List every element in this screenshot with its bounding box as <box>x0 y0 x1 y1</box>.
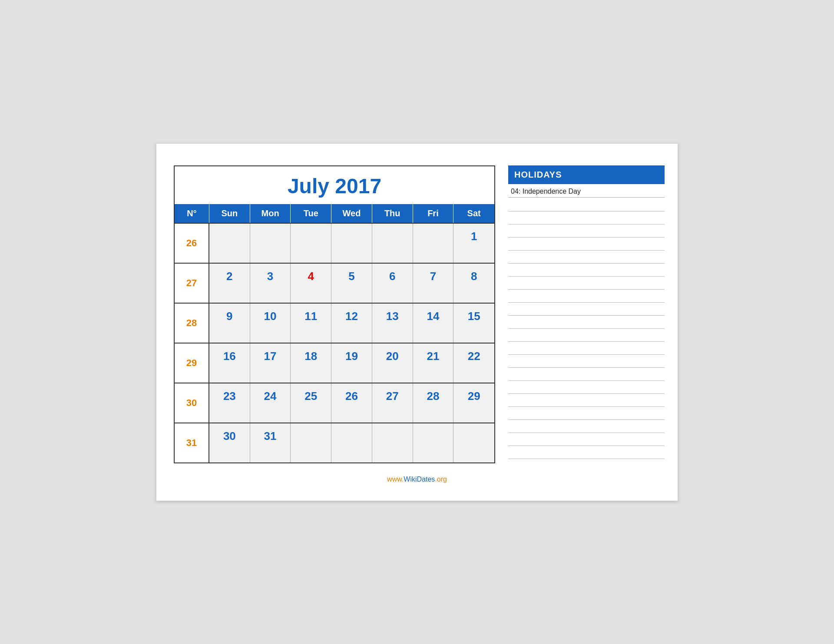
header-sun: Sun <box>209 204 250 223</box>
week-num-29: 29 <box>175 343 209 383</box>
ruled-line <box>508 434 665 446</box>
cal-day-8: 8 <box>453 264 494 303</box>
header-num: N° <box>175 204 209 223</box>
calendar-body: 26 1 27 2 3 4 5 6 7 <box>175 223 494 462</box>
page: July 2017 N° Sun Mon Tue Wed Thu Fri Sat… <box>156 144 678 501</box>
cal-day-21: 21 <box>413 343 454 383</box>
holidays-panel: HOLIDAYS 04: Independence Day <box>508 165 665 460</box>
cal-day-9: 9 <box>209 304 250 343</box>
cal-day-14: 14 <box>413 304 454 343</box>
ruled-line <box>508 212 665 225</box>
ruled-line <box>508 330 665 342</box>
cal-day <box>209 224 250 263</box>
cal-day-18: 18 <box>291 343 331 383</box>
calendar: July 2017 N° Sun Mon Tue Wed Thu Fri Sat… <box>174 165 495 463</box>
ruled-line <box>508 408 665 420</box>
cal-day-30: 30 <box>209 423 250 462</box>
cal-day-25: 25 <box>291 383 331 423</box>
header-sat: Sat <box>453 204 494 223</box>
ruled-line <box>508 291 665 303</box>
cal-day-10: 10 <box>250 304 291 343</box>
cal-day-31: 31 <box>250 423 291 462</box>
cal-day <box>331 224 372 263</box>
cal-day <box>331 423 372 462</box>
cal-day <box>372 423 413 462</box>
cal-day-5: 5 <box>331 264 372 303</box>
footer-org: .org <box>435 476 447 483</box>
cal-day-11: 11 <box>291 304 331 343</box>
cal-day-26: 26 <box>331 383 372 423</box>
cal-day <box>291 224 331 263</box>
cal-day-24: 24 <box>250 383 291 423</box>
cal-day-28: 28 <box>413 383 454 423</box>
cal-day <box>291 423 331 462</box>
ruled-line <box>508 395 665 407</box>
cal-day-27: 27 <box>372 383 413 423</box>
header-tue: Tue <box>291 204 331 223</box>
cal-day-1: 1 <box>453 224 494 263</box>
ruled-line <box>508 356 665 368</box>
header-thu: Thu <box>372 204 413 223</box>
cal-day-29: 29 <box>453 383 494 423</box>
ruled-line <box>508 225 665 238</box>
header-fri: Fri <box>413 204 454 223</box>
cal-day-22: 22 <box>453 343 494 383</box>
table-row: 29 16 17 18 19 20 21 22 <box>175 343 494 383</box>
ruled-line <box>508 199 665 211</box>
ruled-line <box>508 382 665 394</box>
ruled-line <box>508 343 665 355</box>
cal-day-23: 23 <box>209 383 250 423</box>
cal-day-4: 4 <box>291 264 331 303</box>
calendar-header: N° Sun Mon Tue Wed Thu Fri Sat <box>175 204 494 223</box>
cal-day-16: 16 <box>209 343 250 383</box>
cal-day-12: 12 <box>331 304 372 343</box>
ruled-line <box>508 251 665 264</box>
cal-day-3: 3 <box>250 264 291 303</box>
cal-day <box>413 423 454 462</box>
cal-day <box>250 224 291 263</box>
cal-day-7: 7 <box>413 264 454 303</box>
footer: www.WikiDates.org <box>174 476 660 483</box>
cal-day <box>413 224 454 263</box>
cal-day-15: 15 <box>453 304 494 343</box>
ruled-line <box>508 317 665 329</box>
footer-dates: Dates <box>417 476 435 483</box>
table-row: 27 2 3 4 5 6 7 8 <box>175 263 494 303</box>
cal-day <box>372 224 413 263</box>
week-num-28: 28 <box>175 304 209 343</box>
calendar-title: July 2017 <box>175 166 494 204</box>
ruled-line <box>508 421 665 433</box>
ruled-line <box>508 238 665 251</box>
footer-wiki: Wiki <box>404 476 417 483</box>
ruled-line <box>508 369 665 381</box>
cal-day-19: 19 <box>331 343 372 383</box>
cal-day-2: 2 <box>209 264 250 303</box>
table-row: 28 9 10 11 12 13 14 15 <box>175 303 494 343</box>
week-num-26: 26 <box>175 224 209 263</box>
ruled-line <box>508 264 665 277</box>
cal-day-17: 17 <box>250 343 291 383</box>
cal-day-13: 13 <box>372 304 413 343</box>
footer-www: www. <box>387 476 404 483</box>
holiday-item-1: 04: Independence Day <box>508 184 665 198</box>
lines-area <box>508 199 665 459</box>
holidays-header: HOLIDAYS <box>508 165 665 184</box>
table-row: 30 23 24 25 26 27 28 29 <box>175 383 494 423</box>
table-row: 31 30 31 <box>175 423 494 462</box>
cal-day-6: 6 <box>372 264 413 303</box>
cal-day-20: 20 <box>372 343 413 383</box>
week-num-30: 30 <box>175 383 209 423</box>
week-num-27: 27 <box>175 264 209 303</box>
cal-day <box>453 423 494 462</box>
header-wed: Wed <box>331 204 372 223</box>
table-row: 26 1 <box>175 223 494 263</box>
ruled-line <box>508 277 665 290</box>
content-wrapper: July 2017 N° Sun Mon Tue Wed Thu Fri Sat… <box>174 165 660 463</box>
ruled-line <box>508 447 665 459</box>
header-mon: Mon <box>250 204 291 223</box>
week-num-31: 31 <box>175 423 209 462</box>
ruled-line <box>508 304 665 316</box>
